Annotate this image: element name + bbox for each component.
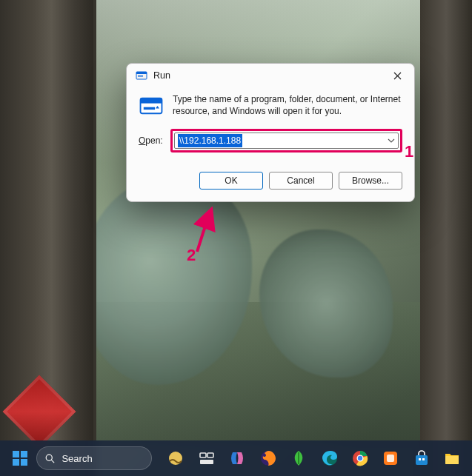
taskbar-firefox[interactable] bbox=[254, 443, 282, 473]
svg-point-21 bbox=[358, 456, 362, 460]
widgets-icon bbox=[167, 449, 185, 467]
svg-rect-4 bbox=[141, 98, 162, 104]
svg-rect-6 bbox=[13, 451, 19, 457]
taskbar-task-view[interactable] bbox=[193, 443, 220, 473]
chrome-icon bbox=[351, 449, 369, 467]
browse-button[interactable]: Browse... bbox=[339, 172, 402, 190]
copilot-icon bbox=[228, 449, 246, 467]
firefox-icon bbox=[259, 449, 277, 467]
run-large-icon bbox=[139, 93, 164, 118]
wallpaper-tree-trunk bbox=[420, 0, 472, 476]
run-dialog: Run Type the name of a program, folder, … bbox=[126, 63, 415, 202]
open-label: Open: bbox=[139, 135, 163, 146]
ok-button[interactable]: OK bbox=[199, 172, 263, 190]
task-view-icon bbox=[198, 449, 216, 467]
svg-rect-8 bbox=[13, 459, 19, 466]
svg-rect-26 bbox=[422, 458, 425, 460]
taskbar-app-orange[interactable] bbox=[377, 443, 405, 473]
svg-point-10 bbox=[47, 455, 53, 460]
taskbar-edge[interactable] bbox=[316, 443, 343, 473]
taskbar-explorer[interactable] bbox=[439, 443, 466, 473]
svg-rect-27 bbox=[445, 456, 459, 464]
taskbar-copilot[interactable] bbox=[223, 443, 250, 473]
svg-rect-5 bbox=[144, 107, 155, 110]
app-square-icon bbox=[382, 449, 399, 467]
svg-rect-25 bbox=[419, 458, 421, 460]
folder-icon bbox=[443, 449, 461, 467]
svg-rect-7 bbox=[21, 451, 27, 457]
run-icon bbox=[136, 70, 147, 81]
dialog-titlebar[interactable]: Run bbox=[127, 64, 414, 87]
leaf-icon bbox=[290, 449, 308, 467]
windows-logo-icon bbox=[11, 449, 29, 467]
annotation-step-1: 1 bbox=[405, 142, 413, 161]
dialog-body: Type the name of a program, folder, docu… bbox=[127, 87, 414, 164]
edge-icon bbox=[321, 449, 339, 467]
svg-rect-15 bbox=[200, 460, 213, 464]
chevron-down-icon[interactable] bbox=[388, 137, 395, 144]
svg-rect-9 bbox=[21, 459, 27, 466]
svg-line-11 bbox=[52, 460, 55, 463]
start-button[interactable] bbox=[6, 443, 33, 473]
taskbar-widgets[interactable] bbox=[162, 443, 190, 473]
close-icon bbox=[393, 72, 402, 80]
open-input-value: \\192.168.1.188 bbox=[178, 134, 242, 147]
dialog-title: Run bbox=[153, 70, 385, 81]
annotation-step-2: 2 bbox=[187, 246, 196, 265]
taskbar-search[interactable]: Search bbox=[36, 446, 151, 470]
store-icon bbox=[413, 449, 431, 467]
annotation-highlight-box: \\192.168.1.188 bbox=[170, 129, 402, 152]
search-placeholder: Search bbox=[62, 453, 92, 464]
svg-rect-13 bbox=[200, 453, 206, 457]
svg-rect-2 bbox=[138, 76, 143, 77]
taskbar-store[interactable] bbox=[408, 443, 435, 473]
close-button[interactable] bbox=[385, 66, 410, 85]
search-icon bbox=[44, 453, 56, 464]
open-combobox[interactable]: \\192.168.1.188 bbox=[174, 133, 399, 149]
taskbar-chrome[interactable] bbox=[346, 443, 373, 473]
taskbar-coccoc[interactable] bbox=[285, 443, 312, 473]
svg-rect-23 bbox=[387, 455, 394, 462]
dialog-description: Type the name of a program, folder, docu… bbox=[173, 93, 402, 117]
svg-rect-14 bbox=[207, 453, 213, 457]
svg-rect-1 bbox=[136, 72, 147, 74]
svg-rect-24 bbox=[416, 455, 428, 465]
dialog-button-row: OK Cancel Browse... bbox=[127, 164, 414, 201]
cancel-button[interactable]: Cancel bbox=[269, 172, 333, 190]
taskbar: Search bbox=[0, 440, 472, 476]
